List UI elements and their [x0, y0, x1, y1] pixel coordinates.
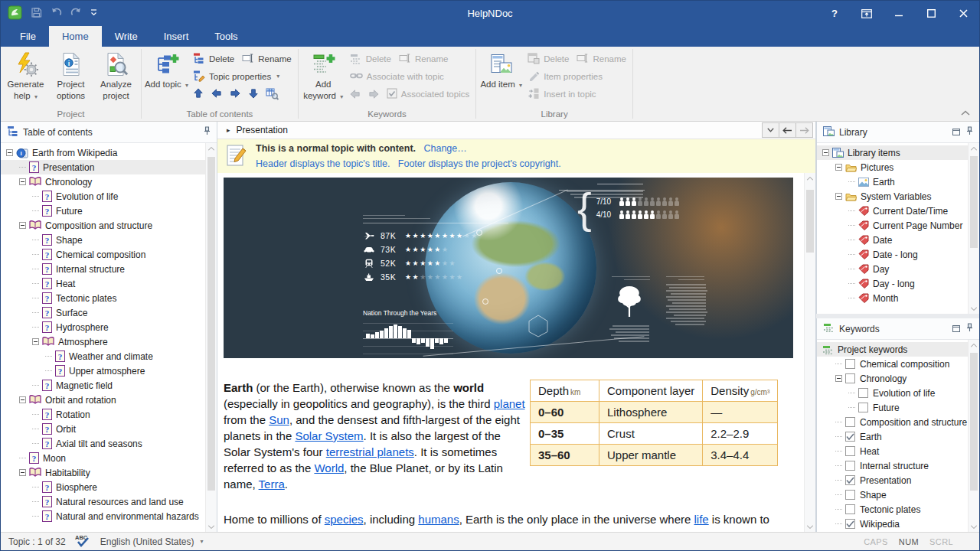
keyword-item[interactable]: Project keywords [817, 342, 968, 357]
keyword-item[interactable]: Chronology [817, 371, 968, 386]
pin-icon[interactable] [966, 323, 973, 334]
earth-infographic-image[interactable]: 87K★★★★★★★★★★73K★★★★★★52K★★★★★★★35K★★★★★… [224, 178, 793, 358]
keyword-checkbox[interactable] [845, 359, 855, 369]
tab-tools[interactable]: Tools [201, 26, 250, 47]
scrollbar-thumb[interactable] [970, 156, 978, 248]
keyword-checkbox[interactable] [858, 403, 868, 412]
keyword-item[interactable]: Composition and structure [817, 415, 968, 429]
scroll-up-icon[interactable] [805, 173, 815, 184]
library-item[interactable]: Day [817, 262, 968, 276]
save-button[interactable] [31, 7, 42, 21]
rename-topic-button[interactable]: Rename [238, 50, 295, 67]
toc-item[interactable]: ?Evolution of life [1, 189, 205, 204]
keyword-item[interactable]: Shape [817, 487, 968, 502]
tab-file[interactable]: File [7, 26, 49, 47]
library-item[interactable]: Current Page Number [817, 218, 968, 233]
library-item[interactable]: Library items [817, 145, 968, 160]
library-item[interactable]: Date [817, 233, 968, 247]
scroll-down-icon[interactable] [969, 303, 979, 314]
keyword-checkbox[interactable] [845, 504, 855, 514]
toc-scrollbar[interactable] [205, 143, 217, 532]
toc-item[interactable]: ?Moon [1, 451, 205, 465]
collapse-icon[interactable] [835, 164, 842, 171]
toc-item[interactable]: Chronology [1, 174, 205, 189]
next-keyword-button[interactable] [364, 86, 383, 103]
keyword-item[interactable]: Internal structure [817, 458, 968, 473]
toc-item[interactable]: ?Weather and climate [1, 349, 205, 364]
library-item[interactable]: Pictures [817, 160, 968, 174]
change-topic-kind-link[interactable]: Change… [423, 143, 466, 154]
toc-item[interactable]: ?Axial tilt and seasons [1, 436, 205, 451]
topic-expand-icon[interactable]: ▸ [227, 126, 230, 134]
previous-keyword-button[interactable] [346, 86, 364, 103]
library-item[interactable]: Month [817, 291, 968, 305]
hyperlink[interactable]: terrestrial planets [326, 445, 414, 458]
add-topic-button[interactable]: Add topic ▾ [144, 47, 189, 90]
pin-icon[interactable] [204, 126, 211, 138]
toc-item[interactable]: ?Magnetic field [1, 378, 205, 393]
project-options-button[interactable]: i Project options [48, 47, 93, 102]
move-topic-right-button[interactable] [226, 85, 244, 102]
toc-item[interactable]: ?Upper atmosphere [1, 364, 205, 378]
keyword-checkbox[interactable] [845, 432, 855, 442]
toc-item[interactable]: ?Rotation [1, 407, 205, 422]
library-item[interactable]: Date - long [817, 247, 968, 262]
editor-scrollbar[interactable] [804, 173, 815, 532]
keyword-checkbox[interactable] [845, 475, 855, 485]
toc-item[interactable]: ?Internal structure [1, 262, 205, 276]
scrollbar-thumb[interactable] [970, 353, 978, 491]
tab-insert[interactable]: Insert [151, 26, 202, 47]
hyperlink[interactable]: humans [418, 513, 459, 526]
scroll-down-icon[interactable] [969, 521, 979, 532]
library-item[interactable]: Day - long [817, 276, 968, 291]
topic-properties-button[interactable]: Topic properties ▾ [189, 67, 283, 85]
collapse-icon[interactable] [6, 149, 13, 156]
keyword-item[interactable]: Evolution of life [817, 386, 968, 400]
keyword-item[interactable]: Chemical composition [817, 357, 968, 371]
toc-item[interactable]: iEarth from Wikipedia [1, 145, 205, 160]
keyword-checkbox[interactable] [845, 461, 855, 471]
toc-item[interactable]: ?Orbit [1, 422, 205, 436]
scroll-up-icon[interactable] [969, 143, 979, 154]
topic-editor-canvas[interactable]: 87K★★★★★★★★★★73K★★★★★★52K★★★★★★★35K★★★★★… [217, 173, 804, 532]
delete-topic-button[interactable]: Delete [189, 50, 238, 67]
toc-item[interactable]: ?Tectonic plates [1, 291, 205, 305]
collapse-icon[interactable] [19, 222, 26, 229]
keyword-checkbox[interactable] [845, 373, 855, 383]
language-selector[interactable]: English (United States) ▾ [100, 536, 204, 547]
float-panel-icon[interactable] [952, 127, 960, 138]
minimize-button[interactable] [883, 1, 915, 26]
keyword-item[interactable]: Earth [817, 429, 968, 444]
collapse-icon[interactable] [822, 149, 829, 156]
tab-write[interactable]: Write [102, 26, 151, 47]
toc-item[interactable]: ?Surface [1, 305, 205, 320]
toc-item[interactable]: Orbit and rotation [1, 393, 205, 407]
footer-settings-link[interactable]: Footer displays the project's copyright. [398, 158, 561, 169]
topic-dropdown-button[interactable] [762, 122, 779, 138]
collapse-icon[interactable] [19, 469, 26, 476]
scrollbar-thumb[interactable] [207, 157, 215, 491]
insert-in-topic-button[interactable]: Insert in topic [524, 85, 599, 103]
rename-item-button[interactable]: Rename [573, 50, 629, 67]
collapse-icon[interactable] [19, 178, 26, 185]
keyword-checkbox[interactable] [845, 519, 855, 529]
toc-item[interactable]: ?Shape [1, 233, 205, 247]
redo-button[interactable] [70, 7, 82, 20]
toc-item[interactable]: ?Hydrosphere [1, 320, 205, 334]
keyword-item[interactable]: Presentation [817, 473, 968, 487]
spellcheck-icon[interactable]: ABC [75, 534, 91, 549]
scroll-down-icon[interactable] [805, 521, 815, 532]
undo-button[interactable] [51, 7, 62, 20]
collapse-icon[interactable] [32, 338, 39, 345]
hyperlink[interactable]: Sun [269, 413, 289, 426]
add-keyword-button[interactable]: Add keyword ▾ [301, 47, 346, 102]
float-panel-icon[interactable] [952, 324, 960, 334]
maximize-button[interactable] [915, 1, 947, 26]
library-item[interactable]: Earth [817, 174, 968, 189]
toc-item[interactable]: ?Natural and environmental hazards [1, 509, 205, 523]
hyperlink[interactable]: Solar System [295, 429, 363, 442]
collapse-ribbon-button[interactable] [851, 1, 883, 26]
header-settings-link[interactable]: Header displays the topic's title. [256, 158, 390, 169]
close-button[interactable] [947, 1, 979, 26]
collapse-ribbon-chevron[interactable] [961, 107, 970, 118]
